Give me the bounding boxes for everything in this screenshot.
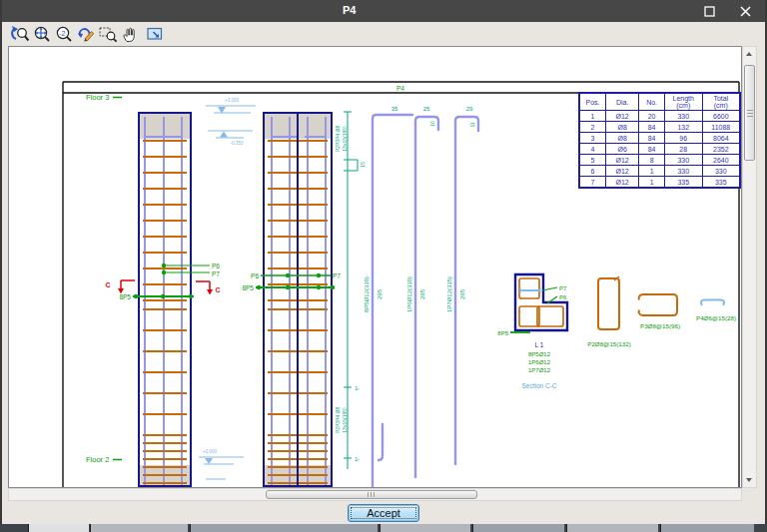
level-value-top: +3.000 xyxy=(225,98,239,103)
scroll-down-button[interactable] xyxy=(743,472,756,487)
maximize-button[interactable] xyxy=(693,2,725,20)
dialog-window: P4 -2 xyxy=(0,0,767,524)
schedule-cell: 330 xyxy=(702,166,740,177)
schedule-cell: 1 xyxy=(639,177,665,189)
joint-dim-text: 13x15(195) xyxy=(342,126,348,152)
level-marker-top xyxy=(206,106,256,114)
schedule-cell: 5 xyxy=(579,155,605,166)
bar3-length: 295 xyxy=(459,288,465,299)
schedule-row: 5Ø1283302640 xyxy=(579,155,740,166)
zoom-extents-button[interactable] xyxy=(31,24,53,44)
schedule-row: 2Ø88413211088 xyxy=(579,122,740,133)
joint-dim-text: P2P3P4 Ø8 xyxy=(335,407,341,434)
schedule-cell: 330 xyxy=(664,111,702,122)
schedule-cell: 84 xyxy=(639,133,665,144)
bar2-top-dim: 25 xyxy=(423,106,430,112)
schedule-cell: 96 xyxy=(664,133,702,144)
stirrup-dimension-line xyxy=(344,112,358,469)
p6-label: P6 xyxy=(212,263,220,269)
fit-to-window-icon xyxy=(145,25,167,43)
pan-button[interactable] xyxy=(119,24,141,44)
schedule-row: 4Ø684282352 xyxy=(579,144,740,155)
floor-2-label: Floor 2 xyxy=(86,455,109,464)
canvas-area: P4 Floor 3 Floor 2 +3.000 -0.350 +0.000 xyxy=(8,46,757,501)
background-app-strip xyxy=(0,524,767,532)
window-title: P4 xyxy=(343,4,356,16)
section-c-letter: C xyxy=(215,286,220,293)
section-bar-3: 1P7Ø12 xyxy=(528,367,551,373)
schedule-cell: Ø8 xyxy=(605,133,638,144)
zoom-window-button[interactable] xyxy=(97,24,119,44)
fit-to-window-button[interactable] xyxy=(145,24,167,44)
schedule-cell: 6 xyxy=(579,166,605,177)
schedule-cell: 330 xyxy=(664,155,702,166)
schedule-cell: 330 xyxy=(664,166,702,177)
schedule-cell: 1 xyxy=(579,111,605,122)
close-icon xyxy=(729,6,761,17)
vertical-scroll-thumb[interactable] xyxy=(744,65,755,161)
level-value-bottom: +0.000 xyxy=(203,449,217,454)
bar3-label: 1P7Ø12(335) xyxy=(446,276,452,312)
bar3-top-dim: 29 xyxy=(466,106,473,112)
vertical-scrollbar[interactable] xyxy=(742,46,757,488)
schedule-cell: 6600 xyxy=(702,111,740,122)
schedule-cell: 84 xyxy=(639,122,665,133)
toolbar: -2 xyxy=(2,22,765,46)
redraw-button[interactable] xyxy=(75,24,97,44)
bar1-top-dim: 35 xyxy=(391,106,398,112)
schedule-cell: 2352 xyxy=(702,144,740,155)
accept-button[interactable]: Accept xyxy=(348,504,419,522)
bar3-hook-dim: 11 xyxy=(469,122,475,127)
schedule-cell: Ø12 xyxy=(605,166,638,177)
pan-hand-icon xyxy=(119,25,141,43)
horizontal-scroll-thumb[interactable] xyxy=(266,490,477,499)
p6-label: P6 xyxy=(559,294,567,300)
section-cc-caption: Section C-C xyxy=(521,382,556,389)
redraw-icon xyxy=(75,25,97,43)
zoom-extents-icon xyxy=(31,25,53,43)
bar2-hook-dim: 10 xyxy=(429,121,435,127)
horizontal-scrollbar[interactable] xyxy=(8,488,742,501)
column-elevation-1 xyxy=(138,112,192,487)
schedule-cell: 2640 xyxy=(702,155,740,166)
zoom-previous-icon xyxy=(9,25,31,43)
bar1-label: 8P5Ø12(330) xyxy=(364,276,370,312)
svg-text:-2: -2 xyxy=(59,30,65,37)
section-cc-detail: P7 P6 8P5 L 1 8P5Ø12 1P6Ø12 1P7Ø12 Secti… xyxy=(497,274,567,389)
level-marker-mid xyxy=(208,131,253,138)
bar2-length: 295 xyxy=(419,288,425,299)
schedule-cell: Ø6 xyxy=(605,144,638,155)
stirrup-p3-label: P3Ø8@15(96) xyxy=(640,322,680,329)
p5-label: 8P5 xyxy=(119,293,131,300)
section-1-mark: 1- xyxy=(355,456,360,462)
schedule-cell: Ø12 xyxy=(605,155,638,166)
zoom-factor-button[interactable]: -2 xyxy=(53,24,75,44)
schedule-cell: 335 xyxy=(702,177,740,189)
p7-label: P7 xyxy=(333,272,341,279)
drawing-canvas[interactable]: P4 Floor 3 Floor 2 +3.000 -0.350 +0.000 xyxy=(8,46,742,488)
dialog-footer: Accept xyxy=(2,501,765,524)
schedule-cell: 8 xyxy=(639,155,665,166)
schedule-row: 3Ø884968064 xyxy=(579,133,740,144)
dim-15: 15 xyxy=(360,162,366,168)
schedule-header: No. xyxy=(639,93,665,111)
schedule-cell: 132 xyxy=(664,122,702,133)
schedule-header: Pos. xyxy=(579,93,605,111)
zoom-previous-button[interactable] xyxy=(9,24,31,44)
close-button[interactable] xyxy=(729,2,761,20)
schedule-header: Total(cm) xyxy=(702,93,740,111)
stirrup-p4-label: P4Ø6@15(28) xyxy=(696,314,736,321)
schedule-cell: 3 xyxy=(579,133,605,144)
zoom-window-icon xyxy=(97,25,119,43)
scroll-up-button[interactable] xyxy=(743,47,756,62)
bar1-length: 295 xyxy=(377,288,383,299)
column-elevation-2 xyxy=(263,112,333,487)
schedule-cell: 7 xyxy=(579,177,605,189)
schedule-cell: Ø12 xyxy=(605,177,638,189)
titlebar[interactable]: P4 xyxy=(2,0,765,22)
level-value-mid: -0.350 xyxy=(231,141,244,146)
rebar-schedule-table: Pos. Dia. No. Length(cm) Total(cm) 1Ø122… xyxy=(578,92,741,189)
schedule-cell: 20 xyxy=(639,111,665,122)
schedule-cell: 84 xyxy=(639,144,665,155)
stirrup-details: P2Ø8@15(132) P3Ø8@15(96) P4Ø6@15(28) xyxy=(587,276,736,347)
